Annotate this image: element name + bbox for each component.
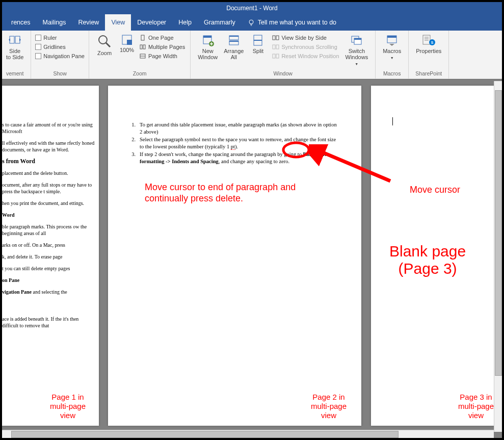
chevron-down-icon: ▼ (355, 62, 358, 66)
svg-rect-4 (15, 36, 20, 43)
doc-text: vigation Pane and selecting the (2, 289, 95, 295)
navigation-pane-checkbox[interactable]: Navigation Pane (35, 52, 85, 60)
svg-rect-3 (10, 36, 14, 43)
svg-point-42 (283, 143, 309, 157)
page-width-button[interactable]: Page Width (138, 52, 186, 60)
svg-rect-22 (229, 41, 238, 42)
svg-rect-35 (387, 36, 396, 38)
tab-mailings[interactable]: Mailings (37, 14, 72, 31)
svg-rect-36 (423, 35, 430, 44)
checkbox-icon (35, 44, 41, 50)
macros-button[interactable]: Macros▼ (380, 33, 404, 62)
svg-rect-30 (276, 54, 279, 58)
ruler-checkbox[interactable]: Ruler (35, 34, 85, 42)
text-cursor (392, 117, 393, 125)
svg-rect-10 (140, 45, 142, 49)
annotation-move-cursor: Move cursor (410, 185, 460, 195)
page-1[interactable]: s to cause a fair amount of nt or you're… (2, 86, 99, 426)
chevron-down-icon: ▼ (390, 56, 394, 60)
document-workspace[interactable]: s to cause a fair amount of nt or you're… (2, 79, 502, 438)
macros-icon (385, 34, 399, 47)
zoom-button[interactable]: Zoom (93, 33, 116, 57)
ribbon-tabs: rences Mailings Review View Developer He… (2, 14, 502, 31)
doc-text: ace is added beneath it. If the it's the… (2, 316, 95, 329)
split-icon (251, 34, 264, 47)
side-by-side-icon (272, 34, 279, 41)
page-2[interactable]: 1.To get around this table placement iss… (108, 86, 361, 426)
hundred-label: 100% (120, 47, 134, 53)
properties-label: Properties (416, 48, 441, 54)
checkbox-icon (35, 53, 41, 59)
zoom-group-label: Zoom (93, 69, 186, 79)
tab-help[interactable]: Help (172, 14, 198, 31)
side-to-side-icon (8, 34, 21, 47)
tab-references-cut[interactable]: rences (5, 14, 37, 31)
horizontal-scrollbar[interactable] (2, 430, 494, 438)
doc-text: hen you print the document, and ettings. (2, 200, 95, 206)
reset-pos-icon (272, 53, 279, 60)
svg-rect-21 (229, 36, 238, 37)
svg-text:S: S (431, 41, 434, 44)
vertical-scrollbar[interactable] (494, 81, 502, 432)
svg-rect-27 (273, 45, 275, 49)
svg-rect-9 (141, 35, 144, 40)
annotation-instruction: Move cursor to end of paragraph and cont… (145, 182, 328, 204)
new-window-icon (201, 34, 215, 47)
switch-windows-icon (350, 34, 363, 47)
macros-group-label: Macros (380, 69, 404, 79)
svg-rect-11 (143, 45, 145, 49)
svg-line-43 (318, 150, 390, 181)
annotation-page2-label: Page 2 in multi-page view (311, 393, 347, 420)
svg-rect-25 (273, 36, 275, 40)
side-to-side-label: Side to Side (6, 48, 23, 60)
tab-developer[interactable]: Developer (131, 14, 172, 31)
svg-rect-26 (276, 36, 279, 40)
checkbox-icon (35, 35, 41, 41)
page-width-icon (139, 53, 146, 60)
annotation-blank-page: Blank page (Page 3) (389, 243, 466, 277)
split-label: Split (253, 48, 263, 54)
doc-text: ocument, after any full stops or may hav… (2, 182, 95, 195)
svg-point-0 (249, 20, 253, 24)
annotation-page1-label: Page 1 in multi-page view (50, 393, 86, 420)
svg-point-5 (99, 36, 107, 44)
doc-subheading: Word (2, 212, 95, 218)
switch-windows-button[interactable]: Switch Windows▼ (342, 33, 372, 68)
arrange-all-button[interactable]: Arrange All (221, 33, 247, 61)
gridlines-checkbox[interactable]: Gridlines (35, 43, 85, 51)
tell-me-search[interactable]: Tell me what you want to do (242, 19, 336, 26)
sync-scroll-icon (272, 43, 279, 50)
ribbon: Side to Side vement Ruler Gridlines Navi… (2, 31, 502, 79)
tab-view[interactable]: View (105, 14, 131, 31)
hundred-percent-button[interactable]: 100% (116, 33, 138, 54)
svg-rect-28 (276, 45, 279, 49)
view-side-by-side-button[interactable]: View Side by Side (271, 34, 340, 42)
tab-grammarly[interactable]: Grammarly (198, 14, 242, 31)
properties-icon: S (421, 34, 436, 47)
one-page-button[interactable]: One Page (138, 34, 186, 42)
switch-windows-label: Switch Windows▼ (346, 48, 368, 67)
svg-rect-15 (203, 36, 211, 38)
one-page-icon (139, 34, 146, 41)
window-group-label: Window (195, 69, 371, 79)
annotation-page3-label: Page 3 in multi-page view (458, 393, 494, 420)
svg-rect-29 (273, 54, 275, 58)
arrange-all-label: Arrange All (224, 48, 244, 60)
doc-text: arks on or off. On a Mac, press (2, 242, 95, 248)
side-to-side-button[interactable]: Side to Side (3, 33, 26, 61)
scrollbar-thumb[interactable] (495, 90, 502, 376)
tab-review[interactable]: Review (72, 14, 105, 31)
properties-button[interactable]: S Properties (413, 33, 444, 55)
arrange-all-icon (227, 34, 241, 47)
annotation-oval (281, 140, 311, 160)
scrollbar-thumb[interactable] (11, 431, 399, 438)
new-window-button[interactable]: New Window (195, 33, 221, 61)
multiple-pages-button[interactable]: Multiple Pages (138, 43, 186, 51)
list-item: 1.To get around this table placement iss… (129, 121, 340, 136)
svg-line-6 (106, 43, 110, 47)
zoom-label: Zoom (97, 50, 112, 56)
split-button[interactable]: Split (247, 33, 269, 55)
doc-text: s to cause a fair amount of nt or you're… (2, 121, 95, 135)
multi-page-icon (139, 43, 146, 50)
svg-rect-8 (127, 40, 132, 45)
